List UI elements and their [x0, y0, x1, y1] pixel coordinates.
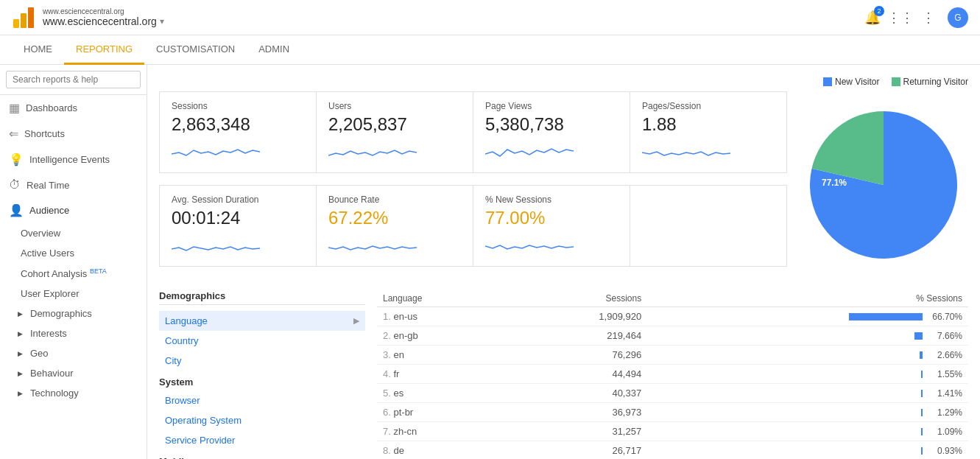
- row-pct: 7.66%: [647, 326, 968, 346]
- main-layout: ▦ Dashboards ⇐ Shortcuts 💡 Intelligence …: [0, 65, 980, 459]
- table-row: 6. pt-br 36,973 1.29%: [377, 403, 968, 422]
- row-rank-lang: 6. pt-br: [377, 403, 508, 422]
- dropdown-arrow-icon[interactable]: ▾: [160, 16, 164, 27]
- returning-visitor-color: [892, 77, 900, 86]
- nav-tabs: HOME REPORTING CUSTOMISATION ADMIN: [0, 35, 980, 65]
- bounce-rate-value: 67.22%: [328, 208, 461, 228]
- bar-indicator: [921, 409, 923, 416]
- tab-reporting[interactable]: REPORTING: [64, 35, 144, 65]
- pageviews-label: Page Views: [485, 101, 618, 111]
- pct-text: 66.70%: [927, 312, 962, 322]
- table-row: 8. de 26,717 0.93%: [377, 441, 968, 460]
- nav-link-browser[interactable]: Browser: [159, 390, 365, 410]
- table-row: 5. es 40,337 1.41%: [377, 384, 968, 403]
- sidebar-sub-cohort[interactable]: Cohort Analysis BETA: [6, 263, 147, 284]
- nav-link-language[interactable]: Language ▶: [159, 311, 365, 331]
- bottom-section: Demographics Language ▶ Country City Sys…: [159, 290, 968, 459]
- sidebar-sub-overview[interactable]: Overview: [6, 223, 147, 243]
- row-rank-lang: 7. zh-cn: [377, 422, 508, 441]
- row-sessions: 31,257: [508, 422, 647, 441]
- sidebar-group-technology[interactable]: ▶ Technology: [6, 383, 147, 403]
- sidebar-item-realtime[interactable]: ⏱ Real Time: [0, 172, 147, 197]
- shortcuts-icon: ⇐: [9, 127, 18, 141]
- bar-indicator: [914, 332, 923, 340]
- col-sessions: Sessions: [508, 290, 647, 307]
- sidebar-audience-collapse: Overview Active Users Cohort Analysis BE…: [0, 223, 147, 403]
- pct-text: 0.93%: [927, 446, 962, 456]
- row-pct: 0.93%: [647, 441, 968, 460]
- legend-new-visitor: New Visitor: [823, 77, 879, 87]
- tab-home[interactable]: HOME: [12, 35, 64, 65]
- sidebar-item-intelligence[interactable]: 💡 Intelligence Events: [0, 147, 147, 172]
- system-title: System: [159, 376, 365, 388]
- language-chevron-icon: ▶: [353, 316, 359, 326]
- nav-link-service-provider[interactable]: Service Provider: [159, 430, 365, 450]
- sidebar-group-behaviour[interactable]: ▶ Behaviour: [6, 363, 147, 383]
- tab-admin[interactable]: ADMIN: [247, 35, 301, 65]
- content-area: New Visitor Returning Visitor Sessions 2…: [147, 65, 980, 459]
- intelligence-icon: 💡: [9, 153, 24, 167]
- row-pct: 2.66%: [647, 346, 968, 365]
- avg-session-label: Avg. Session Duration: [172, 195, 304, 205]
- sidebar-sub-user-explorer[interactable]: User Explorer: [6, 284, 147, 304]
- search-input[interactable]: [6, 71, 141, 88]
- row-sessions: 44,494: [508, 365, 647, 384]
- metric-pages-session: Pages/Session 1.88: [630, 92, 786, 172]
- metrics-row-2: Avg. Session Duration 00:01:24 Bounce Ra…: [159, 185, 787, 267]
- data-table-container: Language Sessions % Sessions 1. en-us 1,…: [377, 290, 968, 459]
- sidebar-group-demographics[interactable]: ▶ Demographics: [6, 304, 147, 323]
- tab-customisation[interactable]: CUSTOMISATION: [144, 35, 247, 65]
- site-url-main: www.esciencecentral.org ▾: [43, 15, 164, 27]
- sidebar-group-interests[interactable]: ▶ Interests: [6, 323, 147, 343]
- interests-expand-icon: ▶: [18, 330, 23, 337]
- bar-indicator: [920, 351, 923, 359]
- avg-session-sparkline: [172, 233, 260, 255]
- row-pct: 1.29%: [647, 403, 968, 422]
- metric-avg-session: Avg. Session Duration 00:01:24: [160, 186, 317, 266]
- table-row: 1. en-us 1,909,920 66.70%: [377, 307, 968, 326]
- notification-icon[interactable]: 🔔 2: [864, 9, 881, 27]
- pct-text: 1.29%: [927, 407, 962, 418]
- sidebar-group-geo[interactable]: ▶ Geo: [6, 343, 147, 363]
- sessions-value: 2,863,348: [172, 114, 304, 135]
- bar-indicator: [921, 371, 923, 378]
- sidebar-item-shortcuts[interactable]: ⇐ Shortcuts: [0, 121, 147, 147]
- pie-chart: [810, 111, 957, 259]
- avatar[interactable]: G: [948, 7, 968, 28]
- col-language: Language: [377, 290, 508, 307]
- row-sessions: 40,337: [508, 384, 647, 403]
- behaviour-expand-icon: ▶: [18, 370, 23, 377]
- table-row: 7. zh-cn 31,257 1.09%: [377, 422, 968, 441]
- more-icon[interactable]: ⋮: [920, 9, 937, 27]
- pie-chart-container: 77.1% 22.9%: [799, 91, 968, 278]
- pct-text: 2.66%: [927, 350, 962, 360]
- sessions-label: Sessions: [172, 101, 304, 111]
- row-rank-lang: 4. fr: [377, 365, 508, 384]
- nav-link-city[interactable]: City: [159, 351, 365, 371]
- language-table: Language Sessions % Sessions 1. en-us 1,…: [377, 290, 968, 459]
- apps-icon[interactable]: ⋮⋮: [892, 9, 909, 27]
- users-label: Users: [328, 101, 461, 111]
- table-row: 3. en 76,296 2.66%: [377, 346, 968, 365]
- new-sessions-label: % New Sessions: [485, 195, 618, 205]
- nav-link-country[interactable]: Country: [159, 331, 365, 351]
- nav-link-os[interactable]: Operating System: [159, 410, 365, 430]
- pct-text: 1.55%: [927, 369, 962, 379]
- top-bar-right: 🔔 2 ⋮⋮ ⋮ G: [864, 7, 968, 28]
- svg-rect-1: [21, 13, 27, 28]
- sidebar-item-audience[interactable]: 👤 Audience: [0, 197, 147, 223]
- sidebar-item-dashboards[interactable]: ▦ Dashboards: [0, 95, 147, 121]
- row-rank-lang: 3. en: [377, 346, 508, 365]
- pct-text: 1.09%: [927, 427, 962, 437]
- bounce-rate-sparkline: [328, 233, 417, 255]
- bounce-rate-label: Bounce Rate: [328, 195, 461, 205]
- col-pct-sessions: % Sessions: [647, 290, 968, 307]
- row-pct: 1.55%: [647, 365, 968, 384]
- new-visitor-color: [823, 77, 832, 86]
- sidebar-sub-active-users[interactable]: Active Users: [6, 243, 147, 263]
- metric-new-sessions: % New Sessions 77.00%: [473, 186, 630, 266]
- chart-legend: New Visitor Returning Visitor: [159, 77, 968, 87]
- row-rank-lang: 2. en-gb: [377, 326, 508, 346]
- metrics-section: Sessions 2,863,348 Users 2,205,837: [159, 91, 787, 278]
- row-pct: 1.09%: [647, 422, 968, 441]
